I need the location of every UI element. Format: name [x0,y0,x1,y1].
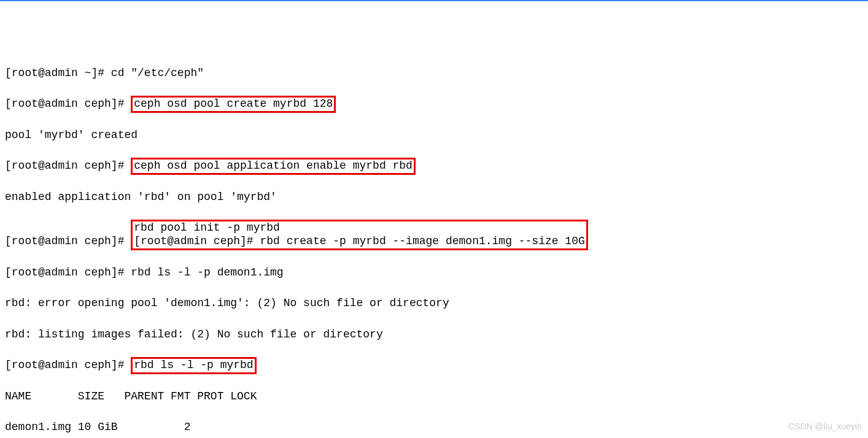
terminal-output: pool 'myrbd' created [5,128,863,143]
highlighted-command: ceph osd pool application enable myrbd r… [131,158,416,175]
prompt: [root@admin ceph]# [5,266,131,279]
terminal-output: NAME SIZE PARENT FMT PROT LOCK [5,389,863,404]
prompt: [root@admin ceph]# [5,359,131,371]
prompt: [root@admin ceph]# [5,159,131,172]
highlighted-command: ceph osd pool create myrbd 128 [131,96,336,113]
terminal-line: [root@admin ~]# cd "/etc/ceph" [5,66,863,81]
highlighted-command: rbd pool init -p myrbd[root@admin ceph]#… [131,220,588,250]
terminal-line: [root@admin ceph]# rbd pool init -p myrb… [5,220,863,249]
terminal-output: rbd: listing images failed: (2) No such … [5,327,863,342]
terminal-line: [root@admin ceph]# rbd ls -l -p demon1.i… [5,265,863,280]
terminal-line: [root@admin ceph]# rbd ls -l -p myrbd [5,358,863,374]
terminal-line: [root@admin ceph]# ceph osd pool create … [5,96,863,112]
terminal-output: demon1.img 10 GiB 2 [5,420,863,435]
watermark: CSDN @liu_xueyin [788,421,862,433]
terminal-output: rbd: error opening pool 'demon1.img': (2… [5,296,863,311]
terminal-line: [root@admin ceph]# ceph osd pool applica… [5,158,863,174]
prompt: [root@admin ceph]# [134,235,260,247]
highlighted-command: rbd ls -l -p myrbd [131,357,256,374]
command: cd "/etc/ceph" [111,67,204,79]
prompt: [root@admin ceph]# [5,98,131,110]
command: rbd ls -l -p demon1.img [131,266,283,279]
prompt: [root@admin ceph]# [5,235,131,247]
terminal-output: enabled application 'rbd' on pool 'myrbd… [5,190,863,205]
prompt: [root@admin ~]# [5,67,111,79]
